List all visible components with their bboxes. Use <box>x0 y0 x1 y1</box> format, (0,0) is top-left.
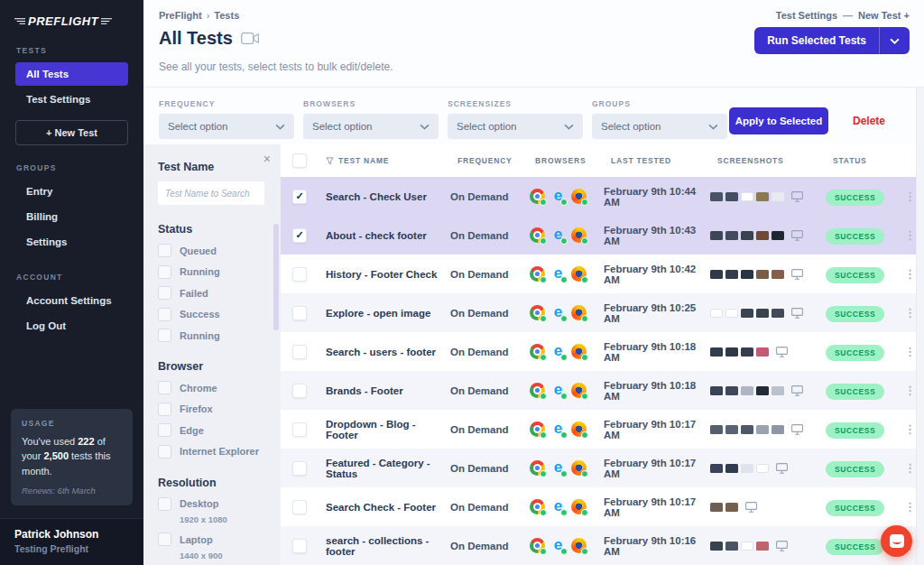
status-option-failed[interactable]: Failed <box>158 286 281 300</box>
monitor-icon[interactable] <box>791 230 803 241</box>
table-row[interactable]: Search - users - footer On Demand e Febr… <box>281 332 924 371</box>
screenshot-thumbnails[interactable] <box>710 425 784 434</box>
table-row[interactable]: Explore - open image On Demand e Februar… <box>281 293 924 332</box>
panel-scrollbar-thumb[interactable] <box>273 224 279 330</box>
row-checkbox[interactable] <box>292 228 307 243</box>
sidebar-item-account-settings[interactable]: Account Settings <box>15 289 128 312</box>
status-option-queued[interactable]: Queued <box>158 244 281 257</box>
monitor-icon[interactable] <box>791 385 803 396</box>
col-header-browsers[interactable]: BROWSERS <box>528 156 604 165</box>
checkbox[interactable] <box>158 286 171 300</box>
sidebar-item-billing[interactable]: Billing <box>15 205 128 228</box>
checkbox[interactable] <box>158 381 171 394</box>
screenshot-thumbnails[interactable] <box>710 192 784 201</box>
checkbox[interactable] <box>158 244 171 257</box>
table-row[interactable]: Dropdown - Blog - Footer On Demand e Feb… <box>281 410 924 449</box>
breadcrumb-root[interactable]: PreFlight <box>159 10 202 21</box>
col-header-last-tested[interactable]: LAST TESTED <box>604 156 710 165</box>
row-checkbox[interactable] <box>292 461 307 476</box>
screenshots-cell[interactable] <box>710 541 826 551</box>
screenshot-thumbnails[interactable] <box>710 503 738 512</box>
groups-select[interactable]: Select option <box>592 114 727 139</box>
test-name[interactable]: Explore - open image <box>319 308 450 319</box>
checkbox[interactable] <box>158 423 171 437</box>
scrollbar-track[interactable] <box>916 88 924 565</box>
screenshots-cell[interactable] <box>710 230 826 241</box>
screenshot-thumbnails[interactable] <box>710 542 769 551</box>
col-header-frequency[interactable]: FREQUENCY <box>450 156 528 165</box>
preflight-logo[interactable]: PREFLIGHT <box>0 0 143 28</box>
row-checkbox[interactable] <box>292 422 307 437</box>
table-row[interactable]: search - collections - footer On Demand … <box>281 526 924 565</box>
monitor-icon[interactable] <box>791 424 803 435</box>
status-option-running[interactable]: Running <box>158 265 281 279</box>
screenshots-cell[interactable] <box>710 424 826 435</box>
row-checkbox[interactable] <box>292 345 307 359</box>
test-name[interactable]: Featured - Category - Status <box>319 458 450 479</box>
table-row[interactable]: About - check footer On Demand e Februar… <box>281 216 924 255</box>
row-checkbox[interactable] <box>292 500 307 514</box>
checkbox[interactable] <box>158 403 171 416</box>
test-name[interactable]: About - check footer <box>319 230 450 241</box>
screensizes-select[interactable]: Select option <box>448 114 583 139</box>
browser-option-ie[interactable]: Internet Explorer <box>158 445 281 458</box>
sidebar-item-entry[interactable]: Entry <box>15 180 128 203</box>
select-all-checkbox[interactable] <box>292 153 307 168</box>
screenshot-thumbnails[interactable] <box>710 309 784 318</box>
screenshots-cell[interactable] <box>710 308 826 319</box>
apply-to-selected-button[interactable]: Apply to Selected <box>729 107 828 134</box>
delete-button[interactable]: Delete <box>853 115 885 127</box>
test-name[interactable]: search - collections - footer <box>319 535 450 557</box>
monitor-icon[interactable] <box>776 541 788 551</box>
test-name[interactable]: Brands - Footer <box>319 385 450 396</box>
row-checkbox[interactable] <box>292 384 307 398</box>
screenshots-cell[interactable] <box>710 191 826 202</box>
screenshot-thumbnails[interactable] <box>710 231 784 240</box>
checkbox[interactable] <box>158 533 171 546</box>
screenshots-cell[interactable] <box>710 385 826 396</box>
col-header-status[interactable]: STATUS <box>826 156 896 165</box>
test-name[interactable]: Dropdown - Blog - Footer <box>319 419 450 440</box>
close-icon[interactable]: × <box>263 153 271 165</box>
checkbox[interactable] <box>158 445 171 458</box>
frequency-select[interactable]: Select option <box>159 114 294 139</box>
test-settings-link[interactable]: Test Settings <box>776 10 837 21</box>
row-checkbox[interactable] <box>292 539 307 553</box>
breadcrumb-current[interactable]: Tests <box>214 10 239 21</box>
sidebar-item-log-out[interactable]: Log Out <box>15 314 128 338</box>
resolution-option-laptop[interactable]: Laptop <box>158 533 281 546</box>
row-checkbox[interactable] <box>292 190 307 204</box>
sidebar-item-test-settings[interactable]: Test Settings <box>15 88 128 111</box>
test-name[interactable]: Search - users - footer <box>319 347 450 357</box>
new-test-button[interactable]: + New Test <box>15 120 128 145</box>
test-name-search-input[interactable] <box>158 181 264 205</box>
browser-option-edge[interactable]: Edge <box>158 423 281 437</box>
row-checkbox[interactable] <box>292 267 307 282</box>
table-row[interactable]: History - Footer Check On Demand e Febru… <box>281 255 924 293</box>
browser-option-chrome[interactable]: Chrome <box>158 381 281 394</box>
screenshots-cell[interactable] <box>710 347 826 357</box>
chat-launcher-button[interactable] <box>881 525 912 557</box>
row-checkbox[interactable] <box>292 306 307 320</box>
sidebar-item-all-tests[interactable]: All Tests <box>15 62 128 86</box>
status-option-success[interactable]: Success <box>158 308 281 321</box>
test-name[interactable]: Search - Check User <box>319 191 450 202</box>
col-header-test-name[interactable]: TEST NAME <box>319 156 450 165</box>
browser-option-firefox[interactable]: Firefox <box>158 403 281 416</box>
sidebar-item-settings[interactable]: Settings <box>15 230 128 254</box>
table-row[interactable]: Featured - Category - Status On Demand e… <box>281 449 924 487</box>
table-row[interactable]: Search - Check User On Demand e February… <box>281 177 924 216</box>
screenshot-thumbnails[interactable] <box>710 386 784 395</box>
screenshot-thumbnails[interactable] <box>710 347 769 357</box>
screenshots-cell[interactable] <box>710 502 826 513</box>
test-name[interactable]: History - Footer Check <box>319 269 450 280</box>
screenshots-cell[interactable] <box>710 463 826 474</box>
user-footer[interactable]: Patrick Johnson Testing Preflight <box>0 518 143 565</box>
browsers-select[interactable]: Select option <box>303 114 439 139</box>
video-camera-icon[interactable] <box>241 32 259 44</box>
table-row[interactable]: Brands - Footer On Demand e February 9th… <box>281 371 924 410</box>
col-header-screenshots[interactable]: SCREENSHOTS <box>710 156 826 165</box>
monitor-icon[interactable] <box>791 269 803 280</box>
checkbox[interactable] <box>158 265 171 279</box>
checkbox[interactable] <box>158 329 171 342</box>
